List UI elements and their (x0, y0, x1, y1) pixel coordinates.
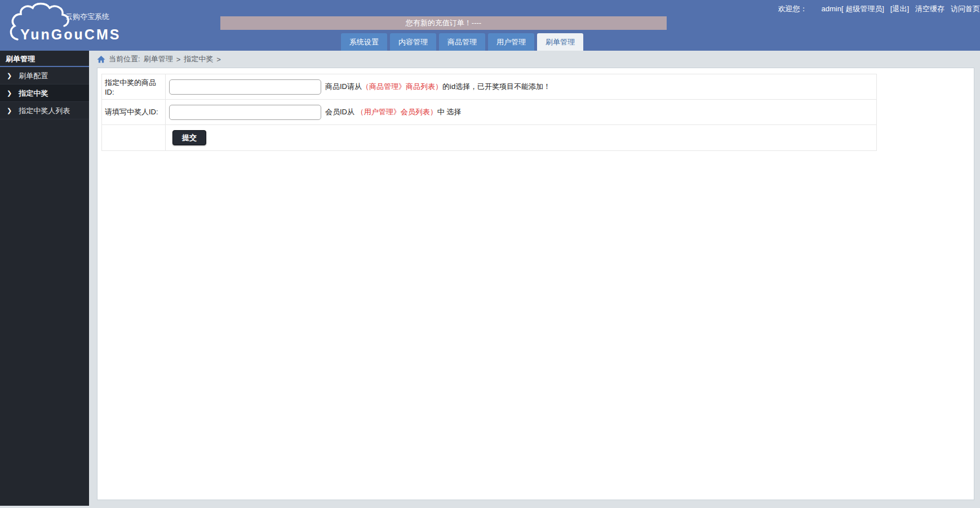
header: YunGouCMS 云购夺宝系统 欢迎您： admin[ 超级管理员] [退出]… (0, 0, 980, 51)
breadcrumb-separator: > (176, 55, 181, 64)
sidebar-item-label: 指定中奖人列表 (19, 102, 70, 119)
product-id-hint: 商品ID请从（商品管理》商品列表）的id选择，已开奖项目不能添加！ (325, 82, 551, 92)
winner-id-hint: 会员ID从 （用户管理》会员列表）中 选择 (325, 107, 461, 117)
breadcrumb: 当前位置: 刷单管理 > 指定中奖 > (89, 51, 980, 68)
sidebar-item-label: 指定中奖 (19, 84, 48, 102)
chevron-right-icon: ❯ (7, 84, 12, 102)
sidebar: 刷单管理 ❯ 刷单配置 ❯ 指定中奖 ❯ 指定中奖人列表 (0, 51, 89, 506)
hint-highlight: （用户管理》会员列表） (357, 108, 437, 116)
current-user: admin[ 超级管理员] (822, 4, 884, 14)
breadcrumb-separator: > (216, 55, 221, 64)
assign-winner-form: 指定中奖的商品ID: 商品ID请从（商品管理》商品列表）的id选择，已开奖项目不… (101, 74, 877, 151)
form-row-content: 提交 (166, 125, 876, 150)
form-row-content: 会员ID从 （用户管理》会员列表）中 选择 (166, 100, 876, 124)
clear-cache-link[interactable]: 清空缓存 (915, 4, 944, 14)
visit-home-link[interactable]: 访问首页 (951, 4, 980, 14)
sidebar-section-title: 刷单管理 (0, 51, 89, 67)
product-id-label: 指定中奖的商品ID: (102, 74, 166, 99)
form-row-product-id: 指定中奖的商品ID: 商品ID请从（商品管理》商品列表）的id选择，已开奖项目不… (102, 74, 876, 100)
sidebar-item-brush-config[interactable]: ❯ 刷单配置 (0, 67, 89, 84)
form-row-submit: 提交 (102, 125, 876, 150)
tab-brush-order-management[interactable]: 刷单管理 (537, 33, 583, 51)
brand-tagline: 云购夺宝系统 (65, 12, 109, 21)
welcome-label: 欢迎您： (778, 4, 808, 14)
cloud-logo-icon: YunGouCMS 云购夺宝系统 (8, 2, 138, 50)
product-id-input[interactable] (169, 79, 321, 95)
tab-content-management[interactable]: 内容管理 (390, 33, 436, 51)
breadcrumb-prefix: 当前位置: (109, 54, 140, 64)
sidebar-item-assigned-winner-list[interactable]: ❯ 指定中奖人列表 (0, 102, 89, 119)
user-bar: 欢迎您： admin[ 超级管理员] [退出] 清空缓存 访问首页 (778, 5, 980, 14)
hint-text: 中 选择 (437, 108, 462, 116)
submit-button[interactable]: 提交 (172, 130, 206, 145)
winner-id-input[interactable] (169, 105, 321, 120)
brand-name: YunGouCMS (20, 26, 121, 42)
breadcrumb-link-assign-winner[interactable]: 指定中奖 (184, 54, 213, 64)
chevron-right-icon: ❯ (7, 67, 12, 84)
tab-user-management[interactable]: 用户管理 (488, 33, 534, 51)
recharge-notice-banner[interactable]: 您有新的充值订单！---- (220, 16, 667, 30)
hint-text: 商品ID请从 (325, 82, 362, 91)
hint-text: 会员ID从 (325, 108, 357, 116)
main-content: 当前位置: 刷单管理 > 指定中奖 > 指定中奖的商品ID: 商品ID请从（商品… (89, 51, 980, 508)
main-nav-tabs: 系统设置 内容管理 商品管理 用户管理 刷单管理 (341, 33, 583, 51)
content-panel: 指定中奖的商品ID: 商品ID请从（商品管理》商品列表）的id选择，已开奖项目不… (97, 68, 974, 500)
chevron-right-icon: ❯ (7, 102, 12, 119)
empty-label-cell (102, 125, 166, 150)
home-icon (97, 55, 105, 64)
form-row-content: 商品ID请从（商品管理》商品列表）的id选择，已开奖项目不能添加！ (166, 74, 876, 99)
sidebar-item-assign-winner[interactable]: ❯ 指定中奖 (0, 84, 89, 102)
breadcrumb-link-brush-management[interactable]: 刷单管理 (144, 54, 173, 64)
winner-id-label: 请填写中奖人ID: (102, 100, 166, 124)
form-row-winner-id: 请填写中奖人ID: 会员ID从 （用户管理》会员列表）中 选择 (102, 100, 876, 125)
tab-system-settings[interactable]: 系统设置 (341, 33, 387, 51)
brand-logo: YunGouCMS 云购夺宝系统 (8, 2, 138, 50)
tab-product-management[interactable]: 商品管理 (439, 33, 485, 51)
sidebar-item-label: 刷单配置 (19, 67, 48, 84)
hint-text: 的id选择，已开奖项目不能添加！ (442, 82, 551, 91)
logout-link[interactable]: [退出] (890, 4, 909, 14)
hint-highlight: （商品管理》商品列表） (362, 82, 442, 91)
